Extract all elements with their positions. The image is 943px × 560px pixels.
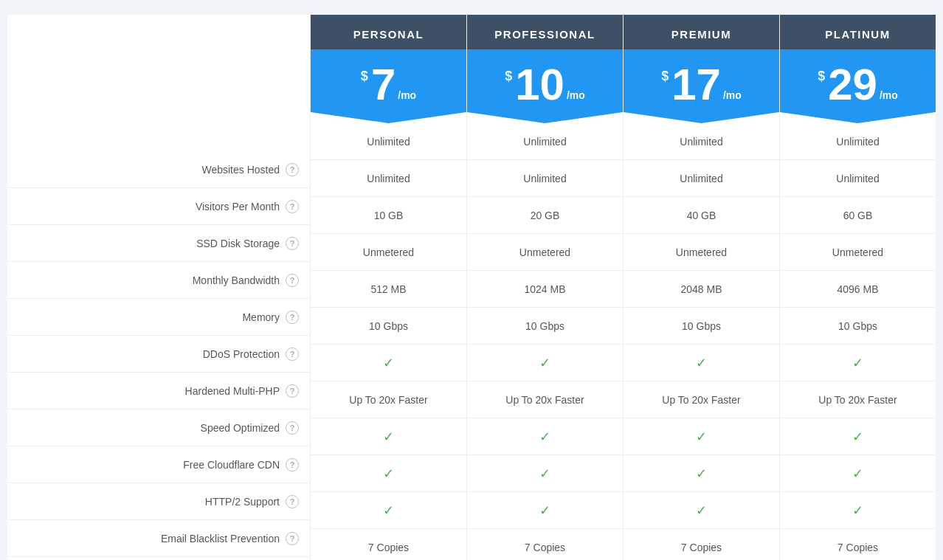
plan-row-hardened_multi_php: ✓ [467, 345, 623, 381]
plan-row-ddos_protection: 10 Gbps [780, 308, 936, 345]
check-icon: ✓ [696, 355, 707, 371]
feature-row-visitors_per_month: Visitors Per Month? [7, 188, 310, 225]
plan-row-ssd_disk_storage: 20 GB [467, 197, 623, 234]
price-amount: 10 [515, 63, 564, 107]
price-period: /mo [880, 89, 898, 107]
check-icon: ✓ [852, 502, 863, 519]
plan-row-ddos_protection: 10 Gbps [311, 308, 466, 345]
plan-row-hardened_multi_php: ✓ [311, 345, 466, 381]
help-icon-http2_support[interactable]: ? [286, 495, 299, 508]
plan-body-premium: UnlimitedUnlimited40 GBUnmetered2048 MB1… [624, 123, 779, 560]
plan-row-speed_optimized: Up To 20x Faster [624, 381, 779, 418]
plan-row-email_blacklist_prevention: ✓ [624, 492, 779, 529]
plan-row-monthly_bandwidth: Unmetered [311, 234, 466, 271]
plan-row-speed_optimized: Up To 20x Faster [467, 381, 623, 418]
feature-label-ddos_protection: DDoS Protection [203, 348, 280, 360]
feature-row-speed_optimized: Speed Optimized? [7, 409, 310, 446]
check-icon: ✓ [539, 429, 550, 445]
feature-label-websites_hosted: Websites Hosted [201, 164, 280, 176]
plan-col-premium: PREMIUM$17/moUnlimitedUnlimited40 GBUnme… [623, 15, 779, 560]
feature-label-http2_support: HTTP/2 Support [205, 496, 280, 508]
price-period: /mo [567, 89, 585, 107]
check-icon: ✓ [696, 502, 707, 519]
plan-body-professional: UnlimitedUnlimited20 GBUnmetered1024 MB1… [467, 123, 623, 560]
plan-row-speed_optimized: Up To 20x Faster [311, 381, 466, 418]
feature-column: Websites Hosted?Visitors Per Month?SSD D… [7, 15, 310, 560]
plan-header-platinum: PLATINUM [780, 15, 936, 49]
plan-row-http2_support: ✓ [311, 455, 466, 492]
feature-row-hardened_multi_php: Hardened Multi-PHP? [7, 373, 310, 409]
plan-row-http2_support: ✓ [780, 455, 936, 492]
plan-row-websites_hosted: Unlimited [311, 123, 466, 160]
check-icon: ✓ [383, 466, 394, 482]
help-icon-memory[interactable]: ? [286, 311, 299, 324]
plan-row-monthly_bandwidth: Unmetered [624, 234, 779, 271]
plan-row-free_cloudflare_cdn: ✓ [467, 418, 623, 455]
check-icon: ✓ [852, 355, 863, 371]
check-icon: ✓ [539, 466, 550, 482]
check-icon: ✓ [696, 429, 707, 445]
check-icon: ✓ [539, 502, 550, 519]
plan-row-daily_backups: 7 Copies [624, 529, 779, 560]
price-dollar: $ [361, 63, 368, 84]
plan-price-box-professional[interactable]: $10/mo [467, 49, 623, 123]
plan-header-premium: PREMIUM [624, 15, 779, 49]
help-icon-websites_hosted[interactable]: ? [286, 163, 299, 176]
feature-row-ddos_protection: DDoS Protection? [7, 336, 310, 373]
plan-row-free_cloudflare_cdn: ✓ [780, 418, 936, 455]
plan-row-visitors_per_month: Unlimited [467, 160, 623, 197]
check-icon: ✓ [383, 355, 394, 371]
plan-row-daily_backups: 7 Copies [467, 529, 623, 560]
plan-row-monthly_bandwidth: Unmetered [467, 234, 623, 271]
plan-row-free_cloudflare_cdn: ✓ [311, 418, 466, 455]
feature-label-monthly_bandwidth: Monthly Bandwidth [193, 274, 280, 286]
plan-row-ddos_protection: 10 Gbps [467, 308, 623, 345]
feature-label-free_cloudflare_cdn: Free Cloudflare CDN [183, 459, 280, 471]
feature-row-daily_backups: Daily Backups? [7, 557, 310, 560]
help-icon-email_blacklist_prevention[interactable]: ? [286, 532, 299, 545]
price-amount: 29 [828, 63, 877, 107]
check-icon: ✓ [852, 429, 863, 445]
plan-row-websites_hosted: Unlimited [467, 123, 623, 160]
check-icon: ✓ [696, 466, 707, 482]
feature-label-speed_optimized: Speed Optimized [201, 422, 280, 434]
help-icon-visitors_per_month[interactable]: ? [286, 200, 299, 213]
plan-row-ddos_protection: 10 Gbps [624, 308, 779, 345]
help-icon-hardened_multi_php[interactable]: ? [286, 384, 299, 398]
help-icon-ddos_protection[interactable]: ? [286, 348, 299, 361]
plan-price-box-platinum[interactable]: $29/mo [780, 49, 936, 123]
help-icon-free_cloudflare_cdn[interactable]: ? [286, 458, 299, 471]
plan-price-box-premium[interactable]: $17/mo [624, 49, 779, 123]
pricing-table: Websites Hosted?Visitors Per Month?SSD D… [7, 15, 936, 560]
plan-row-monthly_bandwidth: Unmetered [780, 234, 936, 271]
plan-row-daily_backups: 7 Copies [311, 529, 466, 560]
price-period: /mo [723, 89, 742, 107]
plan-row-free_cloudflare_cdn: ✓ [624, 418, 779, 455]
plan-header-professional: PROFESSIONAL [467, 15, 623, 49]
help-icon-ssd_disk_storage[interactable]: ? [286, 237, 299, 250]
price-dollar: $ [505, 63, 512, 84]
price-amount: 17 [671, 63, 721, 107]
help-icon-monthly_bandwidth[interactable]: ? [286, 274, 299, 287]
plan-price-box-personal[interactable]: $7/mo [311, 49, 466, 123]
plan-row-visitors_per_month: Unlimited [780, 160, 936, 197]
check-icon: ✓ [852, 466, 863, 482]
plan-row-ssd_disk_storage: 10 GB [311, 197, 466, 234]
plan-row-websites_hosted: Unlimited [780, 123, 936, 160]
price-period: /mo [398, 89, 416, 107]
feature-row-memory: Memory? [7, 299, 310, 336]
plan-row-memory: 4096 MB [780, 271, 936, 308]
check-icon: ✓ [383, 429, 394, 445]
price-dollar: $ [661, 63, 669, 84]
plan-body-personal: UnlimitedUnlimited10 GBUnmetered512 MB10… [311, 123, 466, 560]
plan-row-ssd_disk_storage: 40 GB [624, 197, 779, 234]
plan-row-speed_optimized: Up To 20x Faster [780, 381, 936, 418]
plan-row-hardened_multi_php: ✓ [624, 345, 779, 381]
help-icon-speed_optimized[interactable]: ? [286, 421, 299, 435]
plan-row-websites_hosted: Unlimited [624, 123, 779, 160]
plan-row-memory: 512 MB [311, 271, 466, 308]
feature-row-ssd_disk_storage: SSD Disk Storage? [7, 225, 310, 262]
plan-row-hardened_multi_php: ✓ [780, 345, 936, 381]
plan-row-http2_support: ✓ [624, 455, 779, 492]
check-icon: ✓ [383, 502, 394, 519]
